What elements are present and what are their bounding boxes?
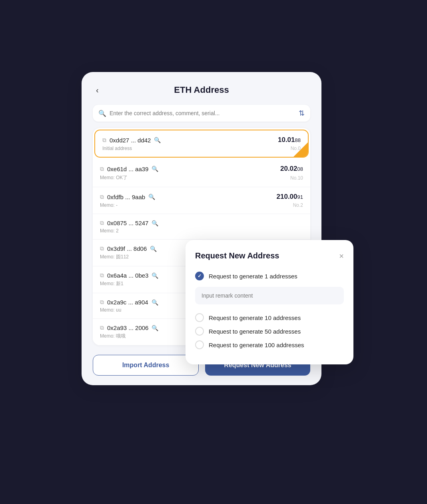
address-memo: Memo: 2 [100, 228, 119, 234]
address-hash: 0xfdfb ... 9aab [107, 194, 145, 200]
modal-close-button[interactable]: × [339, 252, 344, 260]
radio-circle-2 [195, 327, 204, 336]
modal-options: ✓ Request to generate 1 addresses Reques… [195, 269, 344, 352]
modal-option[interactable]: Request to generate 50 addresses [195, 324, 344, 338]
address-search-icon[interactable]: 🔍 [152, 325, 158, 331]
modal-title: Request New Address [195, 251, 279, 260]
address-hash: 0x2a93 ... 2006 [107, 324, 148, 331]
address-number: No.2 [293, 202, 303, 208]
radio-circle-0: ✓ [195, 272, 204, 280]
address-memo: Memo: 哦哦 [100, 333, 126, 340]
radio-option-1[interactable]: Request to generate 10 addresses [195, 311, 344, 324]
address-search-icon[interactable]: 🔍 [152, 220, 158, 226]
address-hash: 0x6a4a ... 0be3 [107, 272, 148, 279]
address-memo: Memo: OK了 [100, 174, 128, 181]
address-amount: 20.0208 [280, 165, 303, 173]
address-left: ⧉ 0x0875 ... 5247 🔍 [100, 220, 158, 226]
search-input[interactable] [110, 110, 295, 116]
address-left: ⧉ 0x3d9f ... 8d06 🔍 [100, 245, 157, 252]
address-amount: 210.0091 [277, 193, 303, 201]
modal-option[interactable]: Request to generate 100 addresses [195, 338, 344, 352]
remark-input[interactable] [195, 287, 344, 304]
radio-label-3: Request to generate 100 addresses [209, 342, 304, 348]
address-left: ⧉ 0x2a93 ... 2006 🔍 [100, 324, 158, 331]
address-meta: Memo: OK了 No.10 [100, 174, 303, 181]
page-root: ‹ ETH Address 🔍 ⇅ ⧉ 0xdd27 ... dd42 🔍 10… [82, 72, 345, 432]
address-memo: Memo: 圆112 [100, 254, 129, 260]
address-search-icon[interactable]: 🔍 [152, 166, 158, 172]
radio-circle-1 [195, 313, 204, 322]
address-search-icon[interactable]: 🔍 [152, 299, 158, 306]
address-search-icon[interactable]: 🔍 [152, 272, 158, 279]
modal-option[interactable]: ✓ Request to generate 1 addresses [195, 269, 344, 311]
page-title: ETH Address [174, 85, 229, 95]
address-left: ⧉ 0xfdfb ... 9aab 🔍 [100, 194, 155, 200]
address-memo: Memo: 新1 [100, 280, 124, 287]
address-row: ⧉ 0xfdfb ... 9aab 🔍 210.0091 [100, 193, 303, 201]
address-left: ⧉ 0xe61d ... aa39 🔍 [100, 166, 158, 172]
address-memo: Memo: uu [100, 307, 121, 313]
request-address-modal: Request New Address × ✓ Request to gener… [186, 240, 353, 364]
address-search-icon[interactable]: 🔍 [154, 137, 161, 143]
search-bar: 🔍 ⇅ [93, 105, 310, 122]
radio-option-0[interactable]: ✓ Request to generate 1 addresses [195, 269, 344, 283]
address-row: ⧉ 0xdd27 ... dd42 🔍 10.0188 [102, 136, 301, 144]
address-hash: 0x0875 ... 5247 [107, 220, 148, 226]
address-item[interactable]: ⧉ 0x0875 ... 5247 🔍 Memo: 2 [93, 214, 310, 240]
import-address-button[interactable]: Import Address [93, 355, 199, 376]
copy-icon[interactable]: ⧉ [100, 166, 104, 172]
radio-label-0: Request to generate 1 addresses [209, 273, 297, 280]
radio-label-2: Request to generate 50 addresses [209, 328, 301, 335]
address-hash: 0xe61d ... aa39 [107, 166, 148, 172]
back-button[interactable]: ‹ [93, 84, 102, 96]
address-left: ⧉ 0x2a9c ... a904 🔍 [100, 299, 158, 306]
copy-icon[interactable]: ⧉ [100, 272, 104, 279]
modal-option[interactable]: Request to generate 10 addresses [195, 311, 344, 324]
address-item[interactable]: ⧉ 0xe61d ... aa39 🔍 20.0208 Memo: OK了 No… [93, 159, 310, 187]
address-meta: Memo: - No.2 [100, 202, 303, 208]
address-hash: 0xdd27 ... dd42 [110, 137, 151, 144]
address-left: ⧉ 0xdd27 ... dd42 🔍 [102, 137, 161, 144]
address-row: ⧉ 0xe61d ... aa39 🔍 20.0208 [100, 165, 303, 173]
radio-check-icon: ✓ [198, 273, 202, 279]
address-hash: 0x2a9c ... a904 [107, 299, 148, 306]
radio-option-2[interactable]: Request to generate 50 addresses [195, 324, 344, 338]
copy-icon[interactable]: ⧉ [100, 245, 104, 252]
radio-circle-3 [195, 340, 204, 349]
search-icon: 🔍 [98, 110, 106, 117]
filter-icon[interactable]: ⇅ [299, 109, 305, 118]
address-item[interactable]: ⧉ 0xdd27 ... dd42 🔍 10.0188 Initial addr… [94, 130, 309, 158]
address-memo: Initial address [102, 146, 132, 151]
address-memo: Memo: - [100, 202, 118, 208]
address-search-icon[interactable]: 🔍 [150, 246, 157, 252]
copy-icon[interactable]: ⧉ [100, 324, 104, 331]
modal-header: Request New Address × [195, 251, 344, 260]
page-header: ‹ ETH Address [93, 85, 310, 95]
copy-icon[interactable]: ⧉ [100, 299, 104, 306]
address-hash: 0x3d9f ... 8d06 [107, 245, 147, 252]
address-item[interactable]: ⧉ 0xfdfb ... 9aab 🔍 210.0091 Memo: - No.… [93, 187, 310, 214]
radio-option-3[interactable]: Request to generate 100 addresses [195, 338, 344, 352]
radio-label-1: Request to generate 10 addresses [209, 314, 301, 321]
copy-icon[interactable]: ⧉ [100, 220, 104, 226]
address-meta: Memo: 2 [100, 228, 303, 234]
active-indicator [293, 142, 308, 157]
address-meta: Initial address No.0 [102, 146, 301, 151]
address-number: No.10 [290, 175, 303, 181]
copy-icon[interactable]: ⧉ [102, 137, 106, 144]
address-row: ⧉ 0x0875 ... 5247 🔍 [100, 220, 303, 226]
address-search-icon[interactable]: 🔍 [148, 194, 155, 200]
address-left: ⧉ 0x6a4a ... 0be3 🔍 [100, 272, 158, 279]
copy-icon[interactable]: ⧉ [100, 194, 104, 200]
